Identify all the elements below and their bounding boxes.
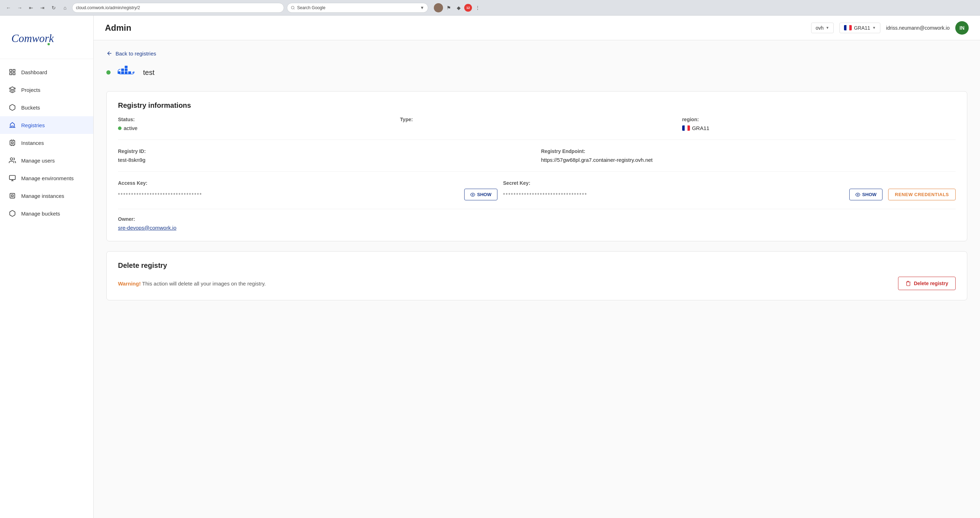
page-content: Back to registries [94, 40, 980, 310]
sidebar-item-dashboard[interactable]: Dashboard [0, 63, 93, 81]
region-label: GRA11 [854, 25, 870, 31]
search-chevron: ▼ [420, 5, 424, 10]
renew-btn-label: RENEW CREDENTIALS [895, 192, 949, 197]
region-info-text: GRA11 [692, 125, 710, 131]
people-icon [8, 156, 16, 164]
browser-extensions-btn[interactable]: ◆ [454, 3, 463, 12]
browser-url[interactable]: cloud.comwork.io/admin/registry/2 [72, 3, 284, 13]
sidebar-item-manage-environments[interactable]: Manage environments [0, 169, 93, 187]
registry-header: test [107, 64, 967, 81]
sidebar-label-instances: Instances [21, 140, 44, 146]
access-key-masked: ******************************** [118, 192, 461, 198]
access-key-label: Access Key: [118, 180, 498, 186]
access-key-row: ******************************** SHOW [118, 189, 498, 200]
browser-bookmark-btn[interactable]: ⚑ [444, 3, 453, 12]
info-grid-1: Status: active Type: region: [118, 116, 956, 140]
sidebar-item-manage-users[interactable]: Manage users [0, 151, 93, 169]
owner-email-link[interactable]: sre-devops@comwork.io [118, 225, 176, 231]
registry-id-block: Registry ID: test-8skn9g [118, 148, 533, 163]
svg-rect-18 [10, 193, 14, 198]
registry-status-indicator [107, 70, 111, 75]
svg-rect-19 [12, 195, 13, 197]
back-to-registries-link[interactable]: Back to registries [107, 50, 967, 57]
browser-forward-btn[interactable]: → [16, 3, 24, 12]
svg-text:Comwork: Comwork [11, 32, 54, 45]
sidebar-label-buckets: Buckets [21, 105, 40, 111]
browser-reload-btn[interactable]: ↻ [49, 3, 58, 12]
delete-warning-row: Warning! This action will delete all you… [118, 277, 956, 290]
region-selector[interactable]: GRA11 ▼ [839, 22, 880, 33]
sidebar-item-manage-buckets[interactable]: Manage buckets [0, 205, 93, 222]
svg-rect-5 [10, 73, 12, 75]
show-secret-key-btn[interactable]: SHOW [849, 189, 883, 200]
instances-icon [8, 139, 16, 147]
eye-icon-secret [855, 192, 860, 197]
warning-label: Warning! [118, 281, 141, 287]
svg-point-0 [291, 6, 294, 9]
delete-registry-btn[interactable]: Delete registry [898, 277, 956, 290]
delete-warning-text: Warning! This action will delete all you… [118, 281, 266, 287]
status-value: active [118, 125, 391, 131]
registry-endpoint-block: Registry Endpoint: https://57gw68pl.gra7… [541, 148, 956, 163]
sidebar-item-buckets[interactable]: Buckets [0, 99, 93, 116]
browser-toolbar: ⚑ ◆ 12 ⋮ [434, 3, 482, 12]
sidebar-logo: Comwork [0, 16, 93, 59]
region-block: region: GRA11 [682, 116, 956, 131]
browser-notification-badge[interactable]: 12 [464, 4, 472, 12]
show-secret-key-label: SHOW [862, 192, 877, 197]
browser-back-btn[interactable]: ← [4, 3, 13, 12]
secret-key-masked: ******************************** [503, 192, 846, 198]
sidebar-label-manage-environments: Manage environments [21, 175, 73, 181]
dashboard-icon [8, 68, 16, 76]
sidebar-item-registries[interactable]: Registries [0, 116, 93, 134]
user-email: idriss.neumann@comwork.io [886, 25, 950, 31]
secret-key-block: Secret Key: ****************************… [503, 180, 883, 200]
credentials-section: Access Key: ****************************… [118, 180, 956, 209]
browser-first-btn[interactable]: ⇤ [27, 3, 35, 12]
browser-last-btn[interactable]: ⇥ [38, 3, 47, 12]
sidebar-label-manage-buckets: Manage buckets [21, 210, 60, 217]
browser-home-btn[interactable]: ⌂ [61, 3, 69, 12]
svg-rect-9 [12, 142, 13, 144]
user-avatar[interactable]: IN [955, 21, 969, 35]
delete-registry-card: Delete registry Warning! This action wil… [107, 251, 967, 300]
owner-section: Owner: sre-devops@comwork.io [118, 216, 956, 231]
sidebar-item-projects[interactable]: Projects [0, 81, 93, 99]
url-text: cloud.comwork.io/admin/registry/2 [76, 5, 140, 10]
svg-point-14 [10, 158, 13, 160]
layers-icon [8, 86, 16, 94]
registry-endpoint-value: https://57gw68pl.gra7.container-registry… [541, 157, 956, 163]
svg-marker-7 [10, 87, 16, 90]
show-access-key-btn[interactable]: SHOW [464, 189, 498, 200]
delete-section-title: Delete registry [118, 261, 956, 269]
sidebar-item-manage-instances[interactable]: Manage instances [0, 187, 93, 205]
provider-selector[interactable]: ovh ▼ [811, 22, 834, 33]
renew-credentials-btn[interactable]: RENEW CREDENTIALS [888, 189, 956, 200]
region-chevron: ▼ [872, 26, 876, 30]
provider-chevron: ▼ [826, 26, 829, 30]
app-container: Comwork Dashboard Projects [0, 16, 980, 518]
browser-search[interactable]: Search Google ▼ [287, 3, 428, 13]
registry-id-value: test-8skn9g [118, 157, 533, 163]
browser-avatar[interactable] [434, 3, 443, 12]
docker-logo [117, 64, 137, 81]
svg-rect-3 [10, 70, 12, 72]
eye-icon-access [470, 192, 475, 197]
trash-icon [905, 281, 911, 286]
sidebar-nav: Dashboard Projects Buckets Registries [0, 59, 93, 226]
type-label: Type: [400, 116, 673, 122]
provider-label: ovh [816, 25, 824, 31]
region-info-label: region: [682, 116, 956, 122]
owner-label: Owner: [118, 216, 956, 222]
registry-name: test [143, 69, 154, 77]
sidebar-item-instances[interactable]: Instances [0, 134, 93, 151]
access-key-block: Access Key: ****************************… [118, 180, 498, 200]
search-text: Search Google [297, 5, 325, 10]
browser-menu-btn[interactable]: ⋮ [473, 3, 482, 12]
svg-rect-23 [125, 72, 127, 74]
search-icon [291, 6, 295, 10]
region-info-value: GRA11 [682, 125, 956, 131]
registry-info-card: Registry informations Status: active Typ… [107, 91, 967, 241]
top-header: Admin ovh ▼ GRA11 ▼ idriss.neumann@comwo… [94, 16, 980, 40]
svg-rect-4 [13, 70, 15, 72]
